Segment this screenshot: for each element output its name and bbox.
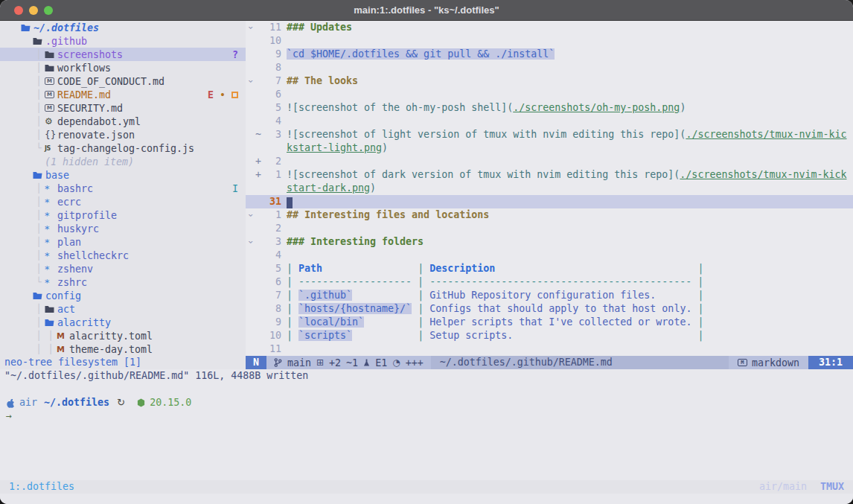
tree-item-code-of-conduct-md[interactable]: │MCODE_OF_CONDUCT.md <box>0 74 246 88</box>
line-number: 2 <box>263 222 281 235</box>
fold-column <box>246 275 255 289</box>
tree-item-bashrc[interactable]: │*bashrcI <box>0 182 246 195</box>
statusline-extra: +++ <box>406 357 424 369</box>
folderOpen-icon <box>21 24 33 32</box>
diagnostic-errors: E1 <box>375 357 387 369</box>
tree-item-screenshots[interactable]: │screenshots? <box>0 48 246 61</box>
line-number: 8 <box>263 61 281 74</box>
tree-item-act[interactable]: │act <box>0 302 246 316</box>
fold-column[interactable]: › <box>246 74 255 88</box>
minimize-button[interactable] <box>29 6 38 15</box>
tree-item-zshrc[interactable]: └*zshrc <box>0 275 246 289</box>
tree-item-label: alacritty.toml <box>69 331 153 342</box>
line-text: | `scripts` | Setup scripts. | <box>287 329 853 342</box>
fold-chevron-icon: › <box>246 25 257 30</box>
tree-item-renovate-json[interactable]: │{}renovate.json <box>0 128 246 141</box>
tree-item-tag-changelog-config-js[interactable]: └JStag-changelog-config.js <box>0 141 246 155</box>
folder-icon <box>45 51 57 59</box>
editor-line[interactable]: start-dark.png) <box>246 182 853 195</box>
tree-item--github[interactable]: .github <box>0 34 246 48</box>
flask-icon <box>363 358 370 367</box>
tree-item-zshenv[interactable]: │*zshenv <box>0 262 246 275</box>
tree-item-readme-md[interactable]: │MREADME.mdE• <box>0 88 246 101</box>
cursor-block <box>287 197 293 208</box>
editor-line[interactable]: ›7## The looks <box>246 74 853 88</box>
fold-column[interactable]: › <box>246 208 255 222</box>
tree-item-workflows[interactable]: │workflows <box>0 61 246 74</box>
git-refresh-icon: ↻ <box>117 396 125 409</box>
editor-line[interactable]: 6| ------------------- | ---------------… <box>246 275 853 289</box>
tree-item-label: dependabot.yml <box>57 116 141 127</box>
editor-line[interactable]: +1![screenshot of dark version of tmux w… <box>246 168 853 182</box>
editor-line[interactable]: 7| `.github` | GitHub Repository configu… <box>246 289 853 302</box>
git-sign-column <box>255 61 263 74</box>
indent-guide: │ <box>33 116 45 127</box>
md-icon: M <box>45 77 57 85</box>
editor-line[interactable]: ›1## Interesting files and locations <box>246 208 853 222</box>
mode-indicator: N <box>246 356 266 369</box>
node-version: 20.15.0 <box>150 396 191 409</box>
editor-line[interactable]: 2 <box>246 222 853 235</box>
line-number: 6 <box>263 88 281 101</box>
editor-line[interactable]: kstart-light.png) <box>246 141 853 155</box>
tree-item-huskyrc[interactable]: │*huskyrc <box>0 222 246 235</box>
tree-item-config[interactable]: config <box>0 289 246 302</box>
editor-line[interactable]: 11 <box>246 342 853 356</box>
tmux-window-tab[interactable]: 1:.dotfiles <box>9 480 74 494</box>
window-title: main:1:.dotfiles - "ks~/.dotfiles" <box>354 4 499 16</box>
indent-guide: │ <box>33 130 45 140</box>
tree-item-dependabot-yml[interactable]: │⚙dependabot.yml <box>0 115 246 128</box>
tree-item-shellcheckrc[interactable]: │*shellcheckrc <box>0 249 246 262</box>
close-button[interactable] <box>14 6 23 15</box>
tree-item-label: ~/.dotfiles <box>33 22 99 34</box>
tree-item--dotfiles[interactable]: ~/.dotfiles <box>0 21 246 34</box>
editor-line[interactable]: 9`cd $HOME/.dotfiles && git pull && ./in… <box>246 48 853 61</box>
tree-item-theme-day-toml[interactable]: ││Mtheme-day.toml <box>0 342 246 356</box>
tree-item-alacritty-toml[interactable]: ││Malacritty.toml <box>0 329 246 342</box>
tree-item-security-md[interactable]: │MSECURITY.md <box>0 101 246 115</box>
editor-line[interactable]: 5| Path | Description | <box>246 262 853 275</box>
editor-buffer[interactable]: ›11### Updates109`cd $HOME/.dotfiles && … <box>246 21 853 356</box>
editor-line[interactable]: 6 <box>246 88 853 101</box>
editor-line[interactable]: 9| `local/bin` | Helper scripts that I'v… <box>246 316 853 329</box>
line-number <box>263 141 281 155</box>
editor-line[interactable]: 4 <box>246 249 853 262</box>
tree-item-plan[interactable]: │*plan <box>0 235 246 249</box>
fold-column[interactable]: › <box>246 21 255 34</box>
file-tree: ~/.dotfiles.github│screenshots?│workflow… <box>0 21 246 356</box>
editor-pane: ›11### Updates109`cd $HOME/.dotfiles && … <box>246 21 853 369</box>
editor-line[interactable]: 31 <box>246 195 853 208</box>
tree-item-label: base <box>45 170 69 181</box>
tree-item-label: config <box>45 290 81 302</box>
editor-line[interactable]: +2 <box>246 155 853 168</box>
editor-line[interactable]: 4 <box>246 115 853 128</box>
tree-item-label: zshrc <box>57 277 87 288</box>
ast-icon: * <box>45 223 57 235</box>
indent-guide: │ <box>33 250 45 261</box>
line-text <box>287 61 853 74</box>
line-text: ![screenshot of light version of tmux wi… <box>287 128 853 141</box>
tree-item--1-hidden-item-[interactable]: (1 hidden item) <box>0 155 246 168</box>
toml-icon: M <box>57 331 69 341</box>
editor-line[interactable]: ~3![screenshot of light version of tmux … <box>246 128 853 141</box>
indent-guide: │ <box>33 183 45 194</box>
fold-chevron-icon: › <box>246 78 257 83</box>
editor-line[interactable]: 8| `hosts/{hostname}/` | Configs that sh… <box>246 302 853 316</box>
tree-item-base[interactable]: base <box>0 168 246 182</box>
tree-item-ecrc[interactable]: │*ecrc <box>0 195 246 208</box>
fold-column[interactable]: › <box>246 235 255 249</box>
editor-line[interactable]: 8 <box>246 61 853 74</box>
tree-item-gitprofile[interactable]: │*gitprofile <box>0 208 246 222</box>
fold-column <box>246 168 255 182</box>
zoom-button[interactable] <box>44 6 53 15</box>
tree-item-alacritty[interactable]: │alacritty <box>0 316 246 329</box>
editor-line[interactable]: 10 <box>246 34 853 48</box>
editor-line[interactable]: 10| `scripts` | Setup scripts. | <box>246 329 853 342</box>
editor-line[interactable]: 5![screenshot of the oh-my-posh shell](.… <box>246 101 853 115</box>
editor-line[interactable]: ›11### Updates <box>246 21 853 34</box>
line-number: 11 <box>263 21 281 34</box>
editor-line[interactable]: ›3### Interesting folders <box>246 235 853 249</box>
line-text <box>287 115 853 128</box>
indent-guide: │ <box>33 223 45 234</box>
git-segment: main ⊞ +2 ~1 E1 ◔ +++ <box>266 356 431 369</box>
